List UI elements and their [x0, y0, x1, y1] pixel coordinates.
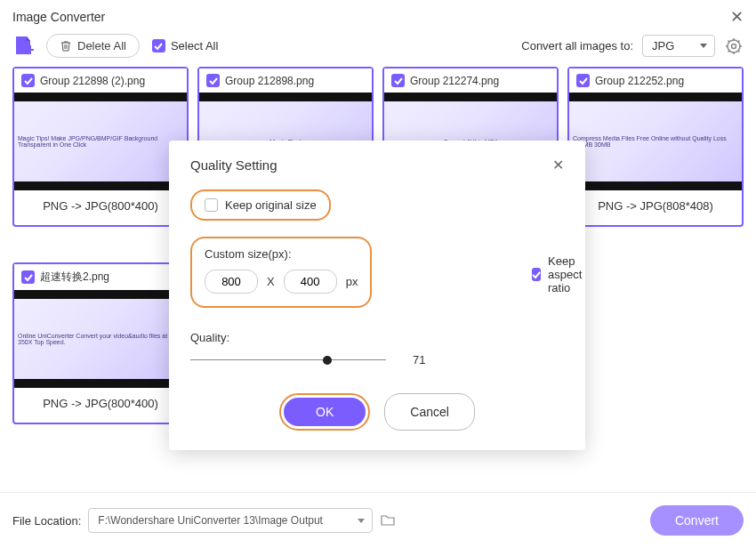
gear-icon[interactable] — [724, 36, 744, 56]
toolbar: Delete All Select All Convert all images… — [0, 30, 756, 67]
file-location-label: File Location: — [12, 514, 81, 528]
by-label: X — [267, 275, 275, 288]
aspect-label: Keep aspect ratio — [548, 254, 586, 294]
px-label: px — [346, 275, 358, 288]
quality-setting-dialog: Quality Setting ✕ Keep original size Cus… — [169, 141, 585, 450]
custom-size-label: Custom size(px): — [205, 247, 358, 261]
file-name: Group 212252.png — [595, 75, 684, 87]
svg-rect-1 — [29, 45, 31, 54]
keep-aspect-ratio-checkbox[interactable]: Keep aspect ratio — [532, 254, 586, 294]
quality-value: 71 — [413, 353, 425, 367]
file-card[interactable]: 超速转换2.png Online UniConverter Convert yo… — [12, 262, 189, 424]
app-title: Image Converter — [12, 10, 105, 24]
svg-point-3 — [732, 44, 736, 48]
folder-icon[interactable] — [380, 512, 396, 528]
file-thumbnail: Magic Tips! Make JPG/PNG/BMP/GIF Backgro… — [14, 93, 187, 190]
checkbox-unchecked-icon — [205, 198, 218, 212]
file-checkbox[interactable] — [21, 74, 35, 87]
close-icon[interactable]: ✕ — [730, 7, 744, 27]
checkbox-checked-icon — [152, 39, 165, 52]
file-location-select[interactable]: F:\Wondershare UniConverter 13\Image Out… — [88, 508, 373, 533]
file-name: Group 212274.png — [410, 75, 499, 87]
file-checkbox[interactable] — [206, 74, 220, 87]
cancel-button[interactable]: Cancel — [384, 393, 475, 431]
trash-icon — [60, 40, 72, 52]
convert-to-label: Convert all images to: — [521, 39, 633, 52]
keep-original-size-option[interactable]: Keep original size — [190, 189, 331, 221]
convert-button[interactable]: Convert — [650, 505, 744, 536]
delete-all-button[interactable]: Delete All — [46, 34, 140, 58]
custom-size-group: Custom size(px): X px — [190, 237, 372, 308]
dialog-title: Quality Setting — [190, 157, 277, 173]
file-name: Group 212898 (2).png — [40, 75, 145, 87]
width-input[interactable] — [205, 270, 258, 294]
select-all-checkbox[interactable]: Select All — [152, 39, 218, 52]
height-input[interactable] — [284, 270, 337, 294]
keep-original-label: Keep original size — [225, 198, 317, 212]
file-checkbox[interactable] — [391, 74, 405, 87]
file-checkbox[interactable] — [21, 270, 35, 284]
file-name: 超速转换2.png — [40, 270, 109, 285]
ok-button-highlight: OK — [279, 393, 370, 431]
checkbox-checked-icon — [532, 268, 541, 281]
file-thumbnail: Compress Media Files Free Online without… — [569, 93, 742, 190]
quality-slider[interactable] — [190, 354, 386, 367]
file-conversion: PNG -> JPG(800*400) — [14, 388, 187, 423]
file-conversion: PNG -> JPG(800*400) — [14, 190, 187, 225]
ok-button[interactable]: OK — [284, 398, 366, 426]
quality-label: Quality: — [190, 331, 564, 344]
slider-thumb[interactable] — [323, 356, 332, 365]
file-conversion: PNG -> JPG(808*408) — [569, 190, 742, 225]
add-file-icon[interactable] — [12, 35, 34, 58]
file-thumbnail: Online UniConverter Convert your video&a… — [14, 290, 187, 388]
delete-all-label: Delete All — [77, 39, 126, 52]
dialog-close-icon[interactable]: ✕ — [552, 157, 564, 173]
select-all-label: Select All — [171, 39, 218, 52]
file-card[interactable]: Group 212898 (2).png Magic Tips! Make JP… — [12, 67, 189, 227]
file-checkbox[interactable] — [576, 74, 590, 87]
file-name: Group 212898.png — [225, 75, 314, 87]
file-card[interactable]: Group 212252.png Compress Media Files Fr… — [567, 67, 744, 227]
footer: File Location: F:\Wondershare UniConvert… — [0, 492, 756, 548]
format-select[interactable]: JPG — [642, 35, 715, 57]
